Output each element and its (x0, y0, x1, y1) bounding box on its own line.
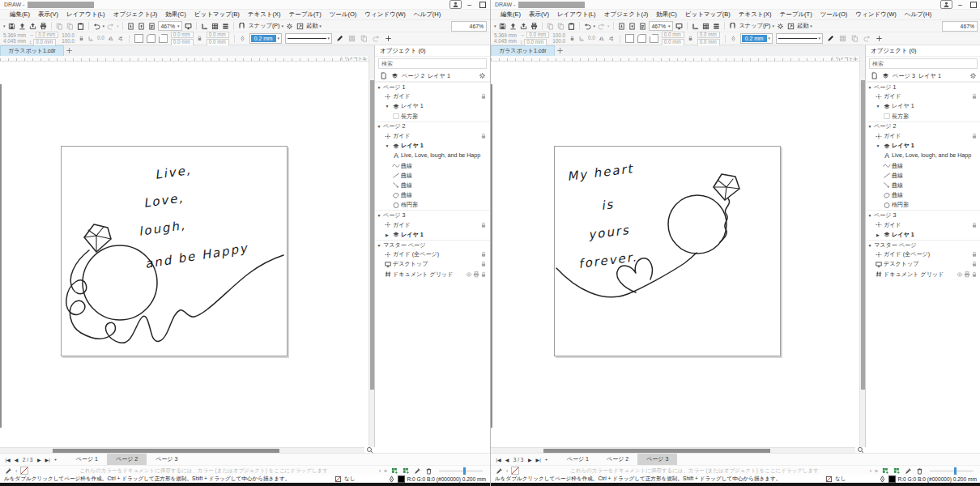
maximize-button[interactable] (970, 2, 977, 8)
tree-row-master-page[interactable]: ▼マスター ページ (866, 240, 980, 249)
expander-icon[interactable]: ▼ (874, 104, 882, 109)
rotation-angle-field[interactable]: 0.0 (97, 36, 104, 41)
corner-radius-tl-field[interactable]: 0.0 mm (171, 32, 194, 39)
scale-y-field[interactable]: 100.0 (62, 39, 75, 45)
show-grid-button[interactable] (701, 22, 710, 31)
mirror-horizontal-button[interactable] (599, 36, 605, 42)
tree-row-guides[interactable]: ガイド (375, 220, 490, 230)
print-toggle-icon[interactable] (963, 271, 970, 278)
drawing-canvas[interactable]: My heart is yours forever. (491, 62, 859, 447)
expander-icon[interactable]: ▼ (375, 243, 383, 248)
snap-dropdown[interactable]: スナップ(P) (248, 22, 279, 30)
tree-row-layer[interactable]: ▼レイヤ 1 (866, 101, 980, 111)
expander-icon[interactable]: ▼ (375, 124, 383, 129)
corner-round-button[interactable] (637, 34, 646, 43)
line-style-combo[interactable]: ▾ (776, 33, 823, 44)
tree-row-layer-active[interactable]: ▼レイヤ 1 (866, 141, 980, 151)
palette-scroll-left-icon[interactable]: ‹ (506, 468, 508, 474)
tree-row-master-page[interactable]: ▼マスター ページ (375, 240, 490, 249)
slider-handle[interactable] (954, 467, 957, 475)
vertical-scrollbar[interactable] (859, 56, 865, 447)
minimize-button[interactable]: – (956, 3, 965, 6)
document-tab[interactable]: ガラスポット1.cdr (0, 45, 64, 56)
zoom-level-combo[interactable]: 467%▾ (649, 21, 674, 31)
menu-view[interactable]: 表示(V) (38, 11, 58, 19)
pdf-share-button[interactable] (638, 22, 647, 31)
lock-icon[interactable] (479, 251, 487, 258)
import-button[interactable] (18, 22, 27, 31)
mirror-vertical-button[interactable] (117, 36, 124, 42)
add-page-button[interactable]: + (543, 457, 550, 462)
expander-icon[interactable]: ▼ (866, 243, 874, 248)
group-button[interactable] (360, 34, 369, 43)
swatch-size-slider[interactable] (439, 471, 483, 471)
menu-window[interactable]: ウィンドウ(W) (855, 11, 896, 19)
vertical-scrollbar[interactable] (369, 56, 374, 447)
corner-chamfer-button[interactable] (650, 34, 658, 43)
eye-icon[interactable] (465, 271, 472, 278)
breadcrumb-page[interactable]: ページ 3 (893, 72, 915, 80)
horizontal-scrollbar[interactable] (0, 447, 364, 453)
outline-pen-icon[interactable] (388, 475, 395, 483)
menu-window[interactable]: ウィンドウ(W) (364, 11, 405, 19)
tree-row-guides[interactable]: ガイド (866, 92, 980, 101)
launch-dropdown[interactable]: 起動 (797, 22, 808, 30)
search-content-button[interactable] (126, 22, 135, 31)
pen-settings-button[interactable] (335, 34, 344, 43)
tree-row-curve[interactable]: 曲線 (866, 181, 980, 190)
menu-edit[interactable]: 編集(E) (501, 11, 521, 19)
snap-magnet-icon[interactable] (237, 22, 246, 31)
lock-icon[interactable] (970, 221, 978, 228)
lock-icon[interactable] (970, 251, 978, 258)
wrap-text-button[interactable] (838, 34, 847, 43)
last-page-button[interactable]: ▶| (43, 457, 52, 463)
page-tab-2-active[interactable]: ページ 2 (107, 454, 147, 465)
horizontal-ruler[interactable]: ミリメートル (0, 56, 369, 62)
document-tab[interactable]: ガラスポット1.cdr (491, 45, 555, 56)
launch-dropdown[interactable]: 起動 (306, 22, 317, 30)
redo-button[interactable] (597, 22, 606, 31)
corner-round-button[interactable] (147, 34, 156, 43)
menu-bitmaps[interactable]: ビットマップ(B) (685, 11, 731, 19)
ungroup-button[interactable] (372, 34, 381, 43)
docker-search-box[interactable] (378, 58, 487, 69)
drawing-canvas[interactable]: Live, Love, lough, and be Happy (0, 62, 369, 447)
palette-expand-icon[interactable]: » (875, 468, 878, 474)
object-width-field[interactable]: 0.0 mm (526, 32, 549, 39)
corner-square-button[interactable] (625, 34, 634, 43)
add-property-button[interactable] (384, 34, 393, 43)
lock-icon[interactable] (479, 93, 487, 100)
lock-icon[interactable] (479, 221, 487, 228)
lock-corners-icon[interactable] (688, 36, 694, 42)
docker-search-box[interactable] (869, 58, 978, 69)
page-tab-3[interactable]: ページ 3 (147, 454, 186, 465)
expander-icon[interactable]: ▼ (874, 143, 882, 148)
expander-icon[interactable]: ▼ (383, 104, 391, 109)
import-palette-icon[interactable] (390, 467, 398, 475)
menu-effects[interactable]: 効果(C) (656, 11, 676, 19)
menu-effects[interactable]: 効果(C) (165, 11, 185, 19)
corner-chamfer-button[interactable] (159, 34, 168, 43)
tree-row-desktop[interactable]: デスクトップ (375, 259, 490, 269)
corner-radius-tr-field[interactable]: 0.0 mm (697, 32, 720, 39)
launch-chevron-icon[interactable]: ▾ (319, 22, 322, 31)
page-tab-1[interactable]: ページ 1 (67, 454, 107, 465)
export-button[interactable] (519, 22, 528, 31)
slider-handle[interactable] (463, 467, 466, 475)
expander-icon[interactable]: ▼ (866, 85, 874, 90)
tree-row-page3[interactable]: ▼ページ 3 (375, 210, 490, 220)
minimize-button[interactable]: – (465, 3, 474, 6)
empty-color-swatch[interactable] (511, 467, 519, 475)
expander-icon[interactable]: ▼ (375, 213, 383, 218)
save-button[interactable] (7, 22, 16, 31)
menu-tools[interactable]: ツール(O) (330, 11, 357, 19)
launch-chevron-icon[interactable]: ▾ (810, 22, 812, 31)
menu-layout[interactable]: レイアウト(L) (66, 11, 105, 19)
show-rulers-button[interactable] (691, 22, 700, 31)
tree-row-layer-active[interactable]: ▼レイヤ 1 (375, 141, 490, 151)
breadcrumb-layer[interactable]: レイヤ 1 (428, 72, 450, 80)
copy-button[interactable] (556, 22, 565, 31)
tree-row-guides[interactable]: ガイド (375, 131, 490, 141)
tree-row-guides[interactable]: ガイド (375, 92, 490, 101)
undo-dropdown-icon[interactable]: ▾ (103, 22, 105, 31)
